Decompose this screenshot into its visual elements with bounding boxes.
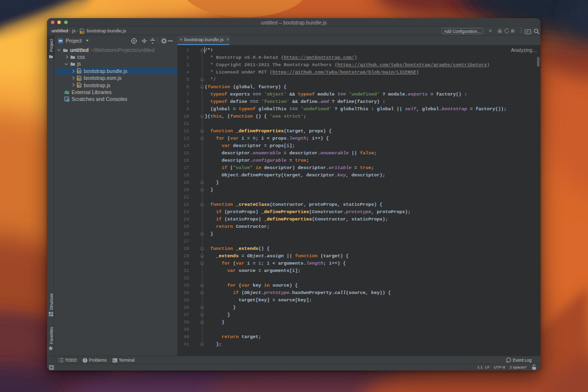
svg-text:JS: JS bbox=[77, 71, 80, 74]
svg-text:JS: JS bbox=[80, 31, 83, 33]
svg-text:JS: JS bbox=[77, 85, 80, 88]
svg-text:JS: JS bbox=[181, 40, 182, 40]
svg-text:JS: JS bbox=[77, 78, 80, 80]
